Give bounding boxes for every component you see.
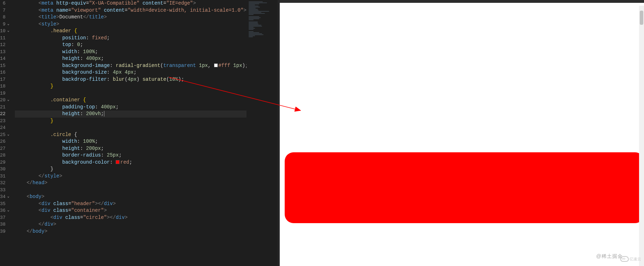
code-line[interactable]: top: 0; [15,41,248,49]
minimap-line [249,19,254,20]
minimap[interactable] [246,0,278,266]
code-line[interactable]: background-image: radial-gradient(transp… [15,62,248,69]
code-line[interactable]: width: 100%; [15,49,248,56]
line-number: 37 [0,214,6,221]
minimap-line [249,25,261,26]
minimap-line [249,32,259,33]
line-number: 18 [0,83,6,90]
code-line[interactable]: <div class="header"></div> [15,200,248,208]
preview-scrollbar-thumb[interactable] [640,11,643,25]
line-number: 30 [0,166,6,173]
minimap-line [249,18,259,19]
minimap-line [249,27,254,28]
line-number: 29 [0,159,6,166]
watermark-logo-text: 亿速云 [630,256,641,262]
code-line[interactable]: backdrop-filter: blur(4px) saturate(10%)… [15,76,248,83]
code-line[interactable]: <meta http-equiv="X-UA-Compatible" conte… [15,0,248,7]
line-number: 36⌄ [0,207,6,214]
code-line[interactable]: } [15,118,248,125]
line-number: 21 [0,104,6,111]
minimap-line [249,22,258,22]
code-line[interactable]: <div class="circle"></div> [15,214,248,221]
line-number: 24 [0,124,6,131]
minimap-line [249,16,259,17]
line-number: 32 [0,180,6,187]
code-line[interactable]: </body> [15,228,248,235]
minimap-line [249,35,255,36]
minimap-line [249,29,254,30]
line-number: 7 [0,7,6,14]
code-line[interactable]: height: 200px; [15,145,248,152]
line-number: 6 [0,0,6,7]
code-line[interactable]: border-radius: 25px; [15,152,248,159]
preview-header-blur [285,115,644,152]
code-line[interactable] [15,90,248,97]
code-line[interactable]: background-size: 4px 4px; [15,69,248,76]
line-number: 35 [0,200,6,208]
code-line[interactable]: height: 200vh; [15,111,248,118]
code-line[interactable]: .circle { [15,131,248,138]
line-number: 9⌄ [0,21,6,28]
minimap-line [249,26,262,27]
code-line[interactable] [15,187,248,194]
code-line[interactable]: </head> [15,180,248,187]
code-line[interactable]: } [15,166,248,173]
minimap-line [249,33,262,34]
code-line[interactable]: </div> [15,221,248,228]
minimap-line [249,13,265,14]
minimap-line [249,10,259,11]
code-line[interactable]: .container { [15,97,248,104]
minimap-line [249,9,258,10]
minimap-line [249,7,260,7]
line-number: 15 [0,62,6,69]
line-number: 28 [0,152,6,159]
watermark-text: @稀土掘金 [596,253,623,260]
code-line[interactable]: height: 400px; [15,55,248,62]
code-line[interactable]: .header { [15,28,248,35]
line-number: 39 [0,228,6,235]
text-cursor [104,111,104,117]
code-line[interactable] [15,124,248,131]
line-number: 22 [0,111,6,118]
line-number: 8 [0,14,6,21]
line-number: 27 [0,145,6,152]
line-number: 31 [0,173,6,180]
color-swatch-icon [116,160,120,164]
minimap-line [249,28,255,29]
minimap-line [249,12,261,13]
code-area[interactable]: <meta http-equiv="X-UA-Compatible" conte… [7,0,248,266]
code-line[interactable]: background-color: red; [15,159,248,166]
line-number: 10⌄ [0,28,6,35]
code-line[interactable]: <body> [15,193,248,200]
line-number: 34⌄ [0,193,6,200]
code-line[interactable]: </style> [15,173,248,180]
line-number: 16 [0,69,6,76]
minimap-line [249,14,254,15]
preview-tabbar [280,0,644,3]
line-number: 38 [0,221,6,228]
line-number: 11 [0,35,6,42]
preview-document[interactable] [280,3,644,266]
line-number: 26 [0,138,6,145]
code-line[interactable]: <title>Document</title> [15,14,248,21]
minimap-line [249,17,261,18]
app-root: 6789⌄10⌄11121314151617181920⌄2122232425⌄… [0,0,644,266]
code-line[interactable]: <div class="container"> [15,207,248,214]
code-line[interactable]: width: 100%; [15,138,248,145]
code-line[interactable]: <style> [15,21,248,28]
code-line[interactable]: } [15,83,248,90]
code-line[interactable]: position: fixed; [15,35,248,42]
code-editor-pane[interactable]: 6789⌄10⌄11121314151617181920⌄2122232425⌄… [0,0,246,266]
minimap-line [249,4,259,4]
line-number: 20⌄ [0,97,6,104]
code-line[interactable]: padding-top: 400px; [15,104,248,111]
line-number: 13 [0,49,6,56]
line-number: 23 [0,118,6,125]
line-number: 12 [0,41,6,49]
code-line[interactable]: <meta name="viewport" content="width=dev… [15,7,248,14]
minimap-line [249,36,253,37]
preview-scrollbar[interactable] [639,6,644,266]
minimap-line [249,31,254,32]
line-number: 19 [0,90,6,97]
minimap-line [249,23,258,23]
